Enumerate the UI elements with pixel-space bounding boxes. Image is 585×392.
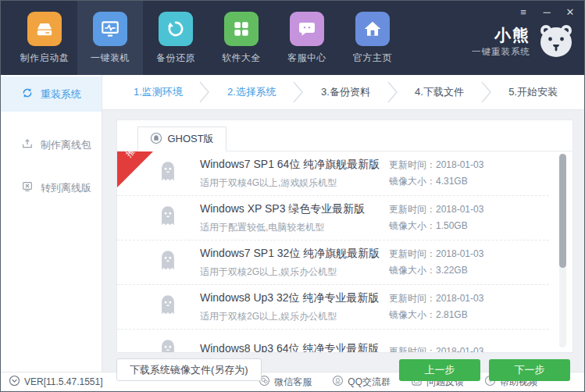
system-meta: 更新时间：2018-01-03 镜像大小：1.50GB: [389, 200, 549, 236]
size-value: 3.22GB: [436, 265, 468, 276]
size-value: 1.50GB: [436, 220, 468, 231]
ghost-icon: [158, 249, 178, 276]
system-title: Windows XP SP3 绿色专业最新版: [200, 202, 389, 216]
updated-label: 更新时间：: [389, 346, 436, 353]
tab-row: GHOST版: [117, 120, 573, 151]
chevron-right-icon: [387, 80, 399, 104]
system-row-windows8-64[interactable]: Windows8 Up3 64位 纯净专业最新版 更新时间：2018-01-03: [117, 330, 549, 352]
chat-bubble-icon: [290, 12, 324, 46]
ghost-circle-icon: [150, 132, 162, 147]
nav-label: 官方主页: [353, 52, 392, 65]
chevron-right-icon: [292, 80, 305, 104]
brand-subtitle: 一键重装系统: [472, 46, 530, 58]
ghost-icon: [158, 205, 178, 231]
system-title: Windows8 Up3 64位 纯净专业最新版: [200, 342, 389, 352]
scrollbar-thumb[interactable]: [559, 154, 566, 268]
minimize-icon[interactable]: ─: [540, 6, 553, 19]
system-row-windows7-32[interactable]: Windows7 SP1 32位 纯净旗舰最新版 适用于双核2G以上,娱乐办公机…: [117, 241, 549, 285]
size-label: 镜像大小：: [389, 176, 436, 187]
updated-value: 2018-01-03: [436, 248, 483, 259]
sidebar-item-label: 制作离线包: [41, 138, 91, 152]
nav-label: 客服中心: [287, 52, 326, 65]
actions-bar: 下载系统镜像文件(另存为) 上一步 下一步: [116, 358, 573, 381]
chevron-right-icon: [198, 80, 211, 104]
size-value: 4.31GB: [436, 176, 468, 187]
menu-icon[interactable]: ≡: [517, 6, 530, 19]
apps-grid-icon: [224, 12, 259, 46]
updated-label: 更新时间：: [389, 159, 436, 170]
updated-value: 2018-01-03: [436, 159, 483, 170]
step-3: 3.备份资料: [321, 85, 370, 99]
nav-item-backup-restore[interactable]: 备份还原: [143, 1, 209, 75]
nav-label: 软件大全: [222, 52, 261, 65]
monitor-pulse-icon: [93, 12, 127, 46]
step-2: 2.选择系统: [227, 85, 276, 99]
size-label: 镜像大小：: [389, 220, 436, 231]
nav-item-customer-service[interactable]: 客服中心: [274, 1, 340, 75]
tab-label: GHOST版: [167, 132, 213, 146]
system-row-windowsxp[interactable]: Windows XP SP3 绿色专业最新版 适用于配置较低,电脑较老机型 更新…: [117, 196, 549, 241]
chevron-right-icon: [480, 80, 493, 104]
system-title: Windows7 SP1 64位 纯净旗舰最新版: [200, 158, 389, 172]
version-info[interactable]: VER[11.5.47.1551]: [9, 375, 103, 389]
system-list: 推荐 Windows7 SP1 64位 纯净旗舰最新版 适用于双核4G以上,游戏…: [117, 151, 573, 352]
home-icon: [355, 12, 390, 46]
system-title: Windows8 Up3 32位 纯净专业最新版: [200, 291, 389, 305]
step-4: 4.下载文件: [415, 85, 464, 99]
nav-item-official-homepage[interactable]: 官方主页: [340, 1, 405, 75]
nav-label: 一键装机: [91, 52, 130, 65]
sidebar-item-reinstall-system[interactable]: 重装系统: [1, 77, 102, 112]
version-text: VER[11.5.47.1551]: [24, 376, 103, 387]
nav-label: 制作启动盘: [20, 52, 70, 65]
bear-logo-icon: [537, 23, 575, 61]
app-window: 制作启动盘 一键装机 备份还原 软件大全 客服中心: [0, 0, 585, 392]
system-meta: 更新时间：2018-01-03 镜像大小：4.31GB: [389, 155, 549, 191]
sidebar-item-offline-package[interactable]: 制作离线包: [1, 127, 102, 162]
system-desc: 适用于配置较低,电脑较老机型: [200, 221, 389, 234]
brand-title: 小熊: [472, 26, 530, 44]
updated-value: 2018-01-03: [436, 293, 483, 304]
prev-step-button[interactable]: 上一步: [399, 359, 480, 381]
system-meta: 更新时间：2018-01-03 镜像大小：2.81GB: [389, 289, 549, 325]
header-bar: 制作启动盘 一键装机 备份还原 软件大全 客服中心: [1, 1, 584, 75]
content-area: GHOST版 推荐 Windows7 SP1 64位 纯净旗舰最新版 适用于双核…: [102, 110, 584, 381]
tab-ghost-edition[interactable]: GHOST版: [137, 127, 227, 151]
window-controls: ≡ ─ ✕: [517, 6, 576, 19]
restore-arrow-icon: [159, 12, 193, 46]
size-label: 镜像大小：: [389, 265, 436, 276]
nav-item-software-center[interactable]: 软件大全: [209, 1, 274, 75]
step-5: 5.开始安装: [508, 85, 558, 99]
next-step-button[interactable]: 下一步: [489, 359, 570, 381]
system-desc: 适用于双核2G以上,娱乐办公机型: [200, 310, 389, 323]
updated-value: 2018-01-03: [436, 346, 483, 353]
size-label: 镜像大小：: [389, 309, 436, 320]
nav-item-one-key-install[interactable]: 一键装机: [77, 1, 143, 75]
system-desc: 适用于双核2G以上,娱乐办公机型: [200, 265, 389, 279]
close-icon[interactable]: ✕: [564, 6, 576, 19]
recommended-ribbon: 推荐: [117, 151, 153, 187]
sidebar-item-label: 转到离线版: [41, 181, 91, 195]
system-title: Windows7 SP1 32位 纯净旗舰最新版: [200, 247, 389, 261]
nav-label: 备份还原: [156, 52, 195, 65]
updated-label: 更新时间：: [389, 248, 436, 259]
steps-bar: 1.监测环境 2.选择系统 3.备份资料 4.下载文件 5.开始安装: [102, 75, 584, 110]
sidebar-item-offline-version[interactable]: 转到离线版: [1, 170, 102, 205]
refresh-icon: [21, 87, 34, 102]
ghost-icon: [158, 338, 178, 352]
box-upload-icon: [21, 137, 34, 152]
system-meta: 更新时间：2018-01-03: [389, 342, 549, 353]
download-image-button[interactable]: 下载系统镜像文件(另存为): [116, 358, 262, 381]
sidebar: 重装系统 制作离线包 转到离线版: [1, 75, 102, 372]
version-chevron-icon: [9, 375, 20, 389]
system-meta: 更新时间：2018-01-03 镜像大小：3.22GB: [389, 244, 549, 280]
updated-value: 2018-01-03: [436, 204, 483, 215]
usb-drive-icon: [27, 12, 62, 46]
system-row-windows8-32[interactable]: Windows8 Up3 32位 纯净专业最新版 适用于双核2G以上,娱乐办公机…: [117, 285, 549, 330]
scrollbar-track[interactable]: [559, 154, 566, 347]
system-list-card: GHOST版 推荐 Windows7 SP1 64位 纯净旗舰最新版 适用于双核…: [116, 119, 573, 353]
ghost-icon: [158, 160, 178, 187]
system-row-windows7-64[interactable]: Windows7 SP1 64位 纯净旗舰最新版 适用于双核4G以上,游戏娱乐机…: [117, 151, 549, 196]
sidebar-item-label: 重装系统: [41, 87, 81, 102]
nav-item-boot-disk[interactable]: 制作启动盘: [12, 1, 77, 75]
box-x-icon: [21, 180, 34, 195]
